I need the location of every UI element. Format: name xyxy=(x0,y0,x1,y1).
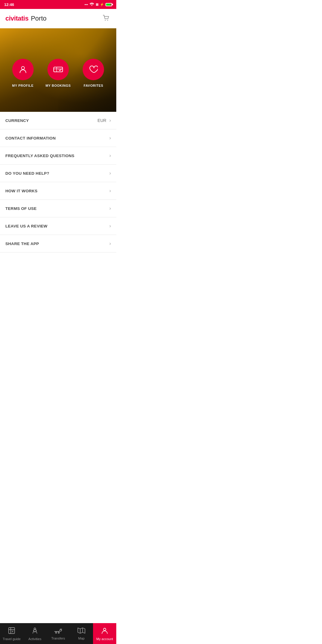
menu-list: CURRENCY EUR › CONTACT INFORMATION › FRE… xyxy=(0,112,116,253)
cart-button[interactable] xyxy=(101,13,111,24)
how-it-works-label: HOW IT WORKS xyxy=(5,189,38,193)
wifi-icon xyxy=(89,2,94,7)
battery-icon xyxy=(106,3,112,6)
bookings-circle xyxy=(47,59,69,80)
bookings-label: MY BOOKINGS xyxy=(46,84,71,87)
status-icons: ••• ⊠ ⚡ xyxy=(84,2,112,7)
review-menu-item[interactable]: LEAVE US A REVIEW › xyxy=(0,217,116,235)
help-chevron: › xyxy=(109,171,111,176)
favorites-circle xyxy=(83,59,104,80)
svg-point-0 xyxy=(92,5,92,6)
profile-circle xyxy=(12,59,34,80)
faq-label: FREQUENTLY ASKED QUESTIONS xyxy=(5,154,75,158)
brand-name: civitatis xyxy=(5,15,28,22)
logo: civitatis Porto xyxy=(5,15,47,22)
hero-section: MY PROFILE MY BOOKINGS FAVORITES xyxy=(0,28,116,112)
faq-menu-item[interactable]: FREQUENTLY ASKED QUESTIONS › xyxy=(0,147,116,165)
hero-actions: MY PROFILE MY BOOKINGS FAVORITES xyxy=(12,53,104,87)
currency-item-right: EUR › xyxy=(97,118,111,123)
review-label: LEAVE US A REVIEW xyxy=(5,224,47,228)
svg-point-1 xyxy=(105,20,106,21)
signal-icon: ⊠ xyxy=(96,3,98,7)
svg-point-3 xyxy=(21,66,24,69)
currency-menu-item[interactable]: CURRENCY EUR › xyxy=(0,112,116,129)
currency-value: EUR xyxy=(97,118,106,123)
my-bookings-button[interactable]: MY BOOKINGS xyxy=(46,59,71,87)
city-name: Porto xyxy=(31,15,47,22)
svg-point-2 xyxy=(107,20,108,21)
favorites-button[interactable]: FAVORITES xyxy=(83,59,104,87)
share-label: SHARE THE APP xyxy=(5,242,39,246)
share-chevron: › xyxy=(109,241,111,246)
help-label: DO YOU NEED HELP? xyxy=(5,171,49,176)
currency-label: CURRENCY xyxy=(5,118,29,123)
faq-chevron: › xyxy=(109,153,111,158)
how-it-works-menu-item[interactable]: HOW IT WORKS › xyxy=(0,182,116,200)
share-menu-item[interactable]: SHARE THE APP › xyxy=(0,235,116,253)
terms-menu-item[interactable]: TERMS OF USE › xyxy=(0,200,116,217)
currency-item-left: CURRENCY xyxy=(5,118,29,123)
terms-label: TERMS OF USE xyxy=(5,206,37,211)
contact-info-label: CONTACT INFORMATION xyxy=(5,136,56,140)
favorites-label: FAVORITES xyxy=(83,84,103,87)
contact-info-menu-item[interactable]: CONTACT INFORMATION › xyxy=(0,129,116,147)
contact-chevron: › xyxy=(109,135,111,141)
help-menu-item[interactable]: DO YOU NEED HELP? › xyxy=(0,165,116,182)
how-it-works-chevron: › xyxy=(109,188,111,193)
dots-icon: ••• xyxy=(84,3,88,6)
app-header: civitatis Porto xyxy=(0,9,116,28)
bolt-icon: ⚡ xyxy=(100,3,104,7)
profile-label: MY PROFILE xyxy=(12,84,34,87)
status-bar: 12:46 ••• ⊠ ⚡ xyxy=(0,0,116,9)
review-chevron: › xyxy=(109,223,111,229)
my-profile-button[interactable]: MY PROFILE xyxy=(12,59,34,87)
terms-chevron: › xyxy=(109,206,111,211)
currency-chevron: › xyxy=(109,118,111,123)
time-display: 12:46 xyxy=(4,2,14,7)
